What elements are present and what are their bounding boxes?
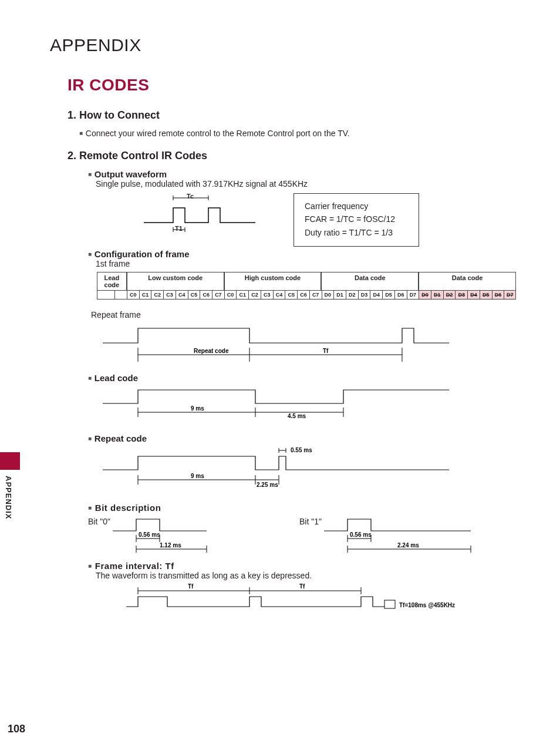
frame-interval-heading: Frame interval: Tf xyxy=(88,561,516,571)
svg-text:Tf: Tf xyxy=(188,583,194,590)
bit-cell: D5 xyxy=(480,290,492,300)
svg-text:0.56 ms: 0.56 ms xyxy=(350,531,372,538)
hdr-data1: Data code xyxy=(321,272,419,290)
bit-cell: C4 xyxy=(176,290,188,300)
bit-cell: D1 xyxy=(431,290,443,300)
hdr-high: High custom code xyxy=(224,272,322,290)
bit-cell: C7 xyxy=(309,290,322,300)
pulse-diagram: Tc T1 xyxy=(138,193,261,240)
nine-ms-2: 9 ms xyxy=(191,473,204,479)
bit-cell: D3 xyxy=(358,290,370,300)
output-waveform-label: Output waveform xyxy=(88,169,516,179)
bit-cell: C0 xyxy=(127,290,139,300)
t1-label: T1 xyxy=(175,225,183,232)
bit-cell: D0 xyxy=(322,290,334,300)
side-accent-bar xyxy=(0,452,20,470)
carrier-line-1: Carrier frequency xyxy=(305,200,395,213)
bit-cell: D7 xyxy=(407,290,419,300)
bit-cell: C6 xyxy=(297,290,309,300)
four-five-ms: 4.5 ms xyxy=(288,413,306,419)
hdr-lead: Lead code xyxy=(97,272,127,290)
repeat-code-heading: Repeat code xyxy=(88,433,516,443)
bit-cell: D4 xyxy=(467,290,480,300)
bit-cell: C3 xyxy=(261,290,273,300)
tf-caption: Tf xyxy=(323,348,329,354)
055ms: 0.55 ms xyxy=(291,447,312,453)
carrier-line-2: FCAR = 1/TC = fOSC/12 xyxy=(305,213,395,226)
bit-cell: D1 xyxy=(333,290,346,300)
bit-description-heading: Bit description xyxy=(88,503,516,513)
section-2-heading: 2. Remote Control IR Codes xyxy=(68,150,516,162)
output-waveform-text: Single pulse, modulated with 37.917KHz s… xyxy=(96,179,516,189)
bit-cell: C1 xyxy=(139,290,151,300)
frame-interval-text: The waveform is transmitted as long as a… xyxy=(96,571,516,580)
svg-text:1.12 ms: 1.12 ms xyxy=(160,542,181,549)
bit-cell: C0 xyxy=(224,290,237,300)
bit-cell: C5 xyxy=(188,290,200,300)
bit-cell: C3 xyxy=(163,290,176,300)
appendix-heading: APPENDIX xyxy=(50,35,516,55)
bit-cell: C2 xyxy=(248,290,261,300)
lead-code-heading: Lead code xyxy=(88,373,516,383)
frame-structure-diagram: Lead code Low custom code High custom co… xyxy=(97,272,516,300)
nine-ms-1: 9 ms xyxy=(191,405,204,412)
section-1-heading: 1. How to Connect xyxy=(68,109,516,122)
svg-rect-47 xyxy=(384,600,395,608)
bit1-label: Bit "1" xyxy=(299,517,322,526)
lead-bits xyxy=(97,290,127,300)
config-frame-label: Configuration of frame xyxy=(88,249,516,259)
bit-cell: D4 xyxy=(370,290,382,300)
bit-cell: C5 xyxy=(285,290,297,300)
bit-cell: D2 xyxy=(443,290,456,300)
bit-cell: C1 xyxy=(236,290,248,300)
bit1-diagram: 0.56 ms 2.24 ms xyxy=(324,516,488,557)
side-appendix-label: APPENDIX xyxy=(4,476,13,519)
carrier-line-3: Duty ratio = T1/TC = 1/3 xyxy=(305,226,395,239)
lead-code-diagram: 9 ms 4.5 ms xyxy=(103,383,516,426)
225ms: 2.25 ms xyxy=(257,482,278,488)
bit-cell: D0 xyxy=(419,290,431,300)
first-frame-label: 1st frame xyxy=(96,259,516,268)
bit-cell: D3 xyxy=(455,290,467,300)
bit0-label: Bit "0" xyxy=(88,517,110,526)
page-number: 108 xyxy=(8,723,25,735)
bit0-diagram: 0.56 ms 1.12 ms xyxy=(113,516,259,557)
bit-cell: C7 xyxy=(212,290,224,300)
bit-cell: C4 xyxy=(273,290,285,300)
tc-label: Tc xyxy=(187,193,194,200)
svg-text:0.56 ms: 0.56 ms xyxy=(139,531,160,538)
repeat-code-diagram: 0.55 ms 9 ms 2.25 ms xyxy=(103,443,516,496)
bit-cell: C6 xyxy=(200,290,212,300)
bit-cell: D5 xyxy=(382,290,394,300)
hdr-data2: Data code xyxy=(419,272,516,290)
bit-cell: D7 xyxy=(504,290,516,300)
page-title: IR CODES xyxy=(68,76,516,95)
repeat-frame-diagram: Repeat code Tf xyxy=(103,319,516,366)
frame-interval-diagram: Tf Tf Tf=108ms @455KHz xyxy=(126,580,516,618)
repeat-code-caption: Repeat code xyxy=(194,348,229,354)
svg-text:2.24 ms: 2.24 ms xyxy=(397,542,419,549)
bit-cell: D6 xyxy=(492,290,504,300)
bit-cell: D2 xyxy=(346,290,358,300)
svg-text:Tf: Tf xyxy=(299,583,305,590)
hdr-low: Low custom code xyxy=(127,272,224,290)
carrier-frequency-box: Carrier frequency FCAR = 1/TC = fOSC/12 … xyxy=(294,193,419,247)
bit-cell: D6 xyxy=(394,290,407,300)
repeat-frame-label: Repeat frame xyxy=(91,310,516,319)
tf-note: Tf=108ms @455KHz xyxy=(399,602,455,608)
bit-cell: C2 xyxy=(151,290,163,300)
section-1-text: Connect your wired remote control to the… xyxy=(79,129,516,138)
